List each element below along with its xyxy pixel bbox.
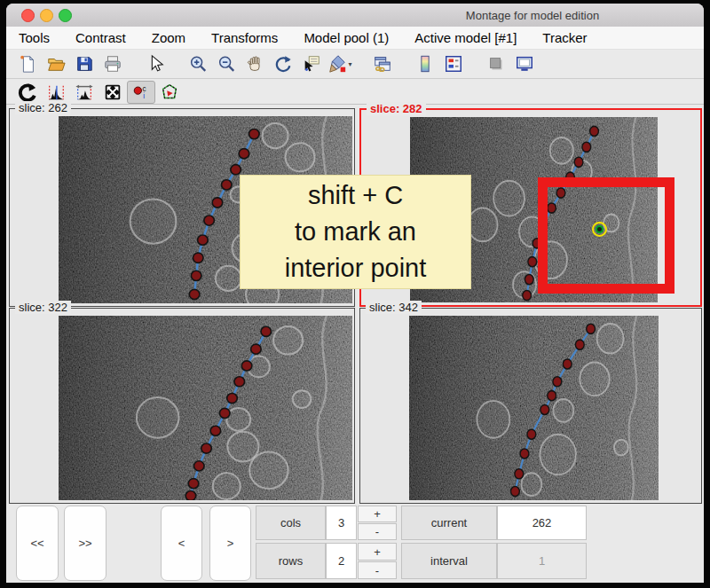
- first-button[interactable]: <<: [16, 506, 59, 581]
- current-value[interactable]: 262: [497, 506, 587, 540]
- refresh-icon[interactable]: [13, 81, 42, 104]
- slice-panel-342: slice: 342: [359, 308, 702, 504]
- cols-plus-button[interactable]: +: [358, 506, 397, 522]
- monitor-icon[interactable]: [510, 52, 539, 75]
- fit-view-icon[interactable]: [99, 81, 127, 104]
- interval-value: 1: [497, 543, 587, 579]
- rotate-view-icon[interactable]: [269, 52, 297, 75]
- slice-panel-322: slice: 322: [9, 308, 355, 504]
- zoom-in-icon[interactable]: [184, 52, 212, 75]
- new-document-icon[interactable]: [13, 52, 42, 75]
- slice-label: slice: 262: [15, 101, 71, 114]
- interval-label: interval: [401, 543, 497, 579]
- mark-point-tool-icon[interactable]: ci: [127, 81, 155, 104]
- prev-button[interactable]: <: [161, 506, 202, 581]
- minimize-button[interactable]: [40, 9, 53, 22]
- menu-tracker[interactable]: Tracker: [542, 30, 587, 45]
- open-folder-icon[interactable]: [42, 52, 70, 75]
- menu-contrast[interactable]: Contrast: [75, 30, 126, 45]
- zoom-window-button[interactable]: [59, 9, 72, 22]
- svg-text:i: i: [143, 92, 145, 100]
- link-views-icon[interactable]: [368, 52, 397, 75]
- rows-minus-button[interactable]: -: [358, 561, 397, 579]
- current-label: current: [401, 506, 497, 540]
- rows-plus-button[interactable]: +: [358, 543, 397, 561]
- instruction-callout: shift + C to mark an interior point: [240, 175, 471, 289]
- slice-label: slice: 282: [367, 102, 426, 115]
- save-icon[interactable]: [70, 52, 99, 75]
- placeholder-square-icon[interactable]: [482, 52, 510, 75]
- callout-line: interior point: [241, 250, 470, 286]
- next-button[interactable]: >: [209, 506, 251, 581]
- slice-viewport-322[interactable]: [59, 316, 352, 500]
- em-slice-image: [409, 316, 659, 500]
- interior-point-marker-core: [596, 225, 604, 233]
- print-icon[interactable]: [99, 52, 127, 75]
- em-slice-image: [59, 316, 352, 500]
- histogram-icon[interactable]: [42, 81, 70, 104]
- rows-value[interactable]: 2: [326, 543, 357, 579]
- menu-model-pool[interactable]: Model pool (1): [304, 30, 389, 45]
- rows-label: rows: [256, 543, 326, 579]
- window-title: Montage for model edition: [361, 9, 704, 22]
- dropdown-caret-icon[interactable]: ▾: [348, 60, 351, 68]
- menu-transforms[interactable]: Transforms: [211, 30, 278, 45]
- histogram-range-icon[interactable]: [70, 81, 99, 104]
- last-button[interactable]: >>: [64, 506, 106, 581]
- cols-label: cols: [256, 506, 326, 540]
- screen-frame: { "window": { "title": "Montage for mode…: [0, 0, 710, 588]
- main-toolbar: ▾: [6, 50, 704, 79]
- menu-active-model[interactable]: Active model [#1]: [414, 30, 517, 45]
- slice-label: slice: 342: [366, 301, 422, 314]
- polygon-tool-icon[interactable]: [155, 81, 184, 104]
- cursor-icon[interactable]: [141, 52, 170, 75]
- cols-value[interactable]: 3: [326, 506, 357, 540]
- close-button[interactable]: [21, 9, 35, 22]
- menu-tools[interactable]: Tools: [19, 30, 50, 45]
- annotation-rectangle: [538, 177, 674, 294]
- cols-minus-button[interactable]: -: [358, 523, 397, 540]
- secondary-toolbar: ci: [6, 80, 704, 105]
- title-bar[interactable]: Montage for model edition: [6, 4, 704, 27]
- slice-viewport-342[interactable]: [409, 316, 659, 500]
- pan-hand-icon[interactable]: [241, 52, 269, 75]
- pick-point-icon[interactable]: [297, 52, 326, 75]
- menu-zoom[interactable]: Zoom: [152, 30, 185, 45]
- interior-point-marker: [592, 222, 607, 237]
- callout-line: to mark an: [241, 214, 470, 250]
- layout-grid-icon[interactable]: [439, 52, 468, 75]
- brush-icon[interactable]: ▾: [326, 52, 354, 75]
- slice-label: slice: 322: [15, 301, 71, 314]
- zoom-out-icon[interactable]: [212, 52, 241, 75]
- callout-line: shift + C: [241, 177, 470, 214]
- menu-bar: ToolsContrastZoomTransformsModel pool (1…: [6, 27, 704, 50]
- colormap-icon[interactable]: [411, 52, 439, 75]
